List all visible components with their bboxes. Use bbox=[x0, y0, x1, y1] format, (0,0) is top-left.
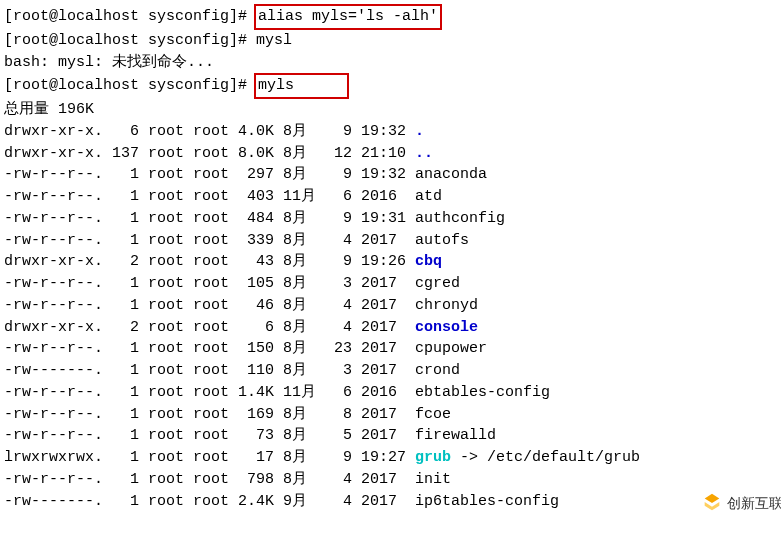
filename: atd bbox=[415, 188, 442, 205]
file-row: -rw-r--r--. 1 root root 150 8月 23 2017 c… bbox=[4, 338, 781, 360]
filename: autofs bbox=[415, 232, 469, 249]
logo-icon bbox=[701, 492, 723, 514]
file-row: -rw-r--r--. 1 root root 798 8月 4 2017 in… bbox=[4, 469, 781, 491]
watermark: 创新互联 bbox=[701, 492, 781, 514]
file-row: -rw-r--r--. 1 root root 105 8月 3 2017 cg… bbox=[4, 273, 781, 295]
filename: chronyd bbox=[415, 297, 478, 314]
file-row: drwxr-xr-x. 2 root root 6 8月 4 2017 cons… bbox=[4, 317, 781, 339]
filename: cbq bbox=[415, 253, 442, 270]
file-row: -rw-r--r--. 1 root root 484 8月 9 19:31 a… bbox=[4, 208, 781, 230]
file-row: -rw-r--r--. 1 root root 73 8月 5 2017 fir… bbox=[4, 425, 781, 447]
filename: anaconda bbox=[415, 166, 487, 183]
filename: .. bbox=[415, 145, 433, 162]
filename: cpupower bbox=[415, 340, 487, 357]
filename: init bbox=[415, 471, 451, 488]
filename: cgred bbox=[415, 275, 460, 292]
filename: console bbox=[415, 319, 478, 336]
file-row: drwxr-xr-x. 137 root root 8.0K 8月 12 21:… bbox=[4, 143, 781, 165]
watermark-text: 创新互联 bbox=[727, 493, 781, 513]
filename: fcoe bbox=[415, 406, 451, 423]
file-row: -rw-r--r--. 1 root root 46 8月 4 2017 chr… bbox=[4, 295, 781, 317]
terminal-output: [root@localhost sysconfig]# alias myls='… bbox=[4, 4, 781, 512]
file-row: -rw-------. 1 root root 2.4K 9月 4 2017 i… bbox=[4, 491, 781, 513]
command-line-2: [root@localhost sysconfig]# mysl bbox=[4, 30, 781, 52]
filename: grub bbox=[415, 449, 451, 466]
file-row: drwxr-xr-x. 2 root root 43 8月 9 19:26 cb… bbox=[4, 251, 781, 273]
filename: . bbox=[415, 123, 424, 140]
file-row: -rw-r--r--. 1 root root 403 11月 6 2016 a… bbox=[4, 186, 781, 208]
total-line: 总用量 196K bbox=[4, 99, 781, 121]
file-row: -rw-------. 1 root root 110 8月 3 2017 cr… bbox=[4, 360, 781, 382]
prompt: [root@localhost sysconfig]# bbox=[4, 8, 256, 25]
filename: firewalld bbox=[415, 427, 496, 444]
filename: ebtables-config bbox=[415, 384, 550, 401]
error-output: bash: mysl: 未找到命令... bbox=[4, 52, 781, 74]
file-row: -rw-r--r--. 1 root root 169 8月 8 2017 fc… bbox=[4, 404, 781, 426]
file-listing: drwxr-xr-x. 6 root root 4.0K 8月 9 19:32 … bbox=[4, 121, 781, 513]
file-row: -rw-r--r--. 1 root root 339 8月 4 2017 au… bbox=[4, 230, 781, 252]
typed-command-mysl: mysl bbox=[256, 32, 292, 49]
myls-command-highlight: myls bbox=[254, 73, 349, 99]
file-row: -rw-r--r--. 1 root root 297 8月 9 19:32 a… bbox=[4, 164, 781, 186]
command-line-1: [root@localhost sysconfig]# alias myls='… bbox=[4, 4, 781, 30]
prompt: [root@localhost sysconfig]# bbox=[4, 32, 256, 49]
file-row: -rw-r--r--. 1 root root 1.4K 11月 6 2016 … bbox=[4, 382, 781, 404]
file-row: lrwxrwxrwx. 1 root root 17 8月 9 19:27 gr… bbox=[4, 447, 781, 469]
filename: ip6tables-config bbox=[415, 493, 559, 510]
alias-command-highlight: alias myls='ls -alh' bbox=[254, 4, 442, 30]
filename: crond bbox=[415, 362, 460, 379]
file-row: drwxr-xr-x. 6 root root 4.0K 8月 9 19:32 … bbox=[4, 121, 781, 143]
filename: authconfig bbox=[415, 210, 505, 227]
prompt: [root@localhost sysconfig]# bbox=[4, 77, 256, 94]
command-line-3: [root@localhost sysconfig]# myls bbox=[4, 73, 781, 99]
